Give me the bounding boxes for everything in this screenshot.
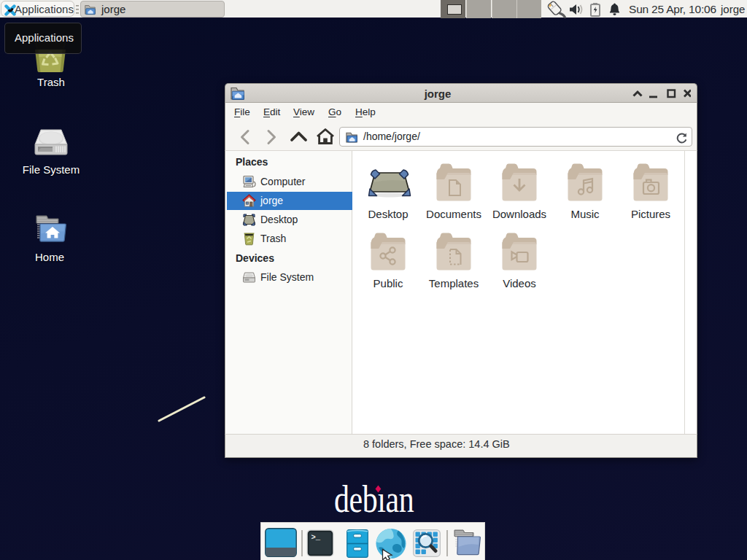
svg-text:>_: >_ [311, 533, 321, 542]
